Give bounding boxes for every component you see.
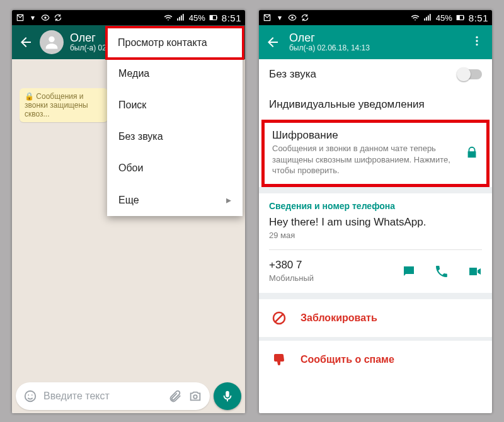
battery-icon (209, 13, 218, 22)
message-input[interactable]: Введите текст (16, 382, 210, 410)
message-input-row: Введите текст (12, 379, 245, 413)
clock-time: 8:51 (222, 13, 241, 23)
attach-icon[interactable] (168, 389, 182, 403)
report-label: Сообщить о спаме (301, 354, 394, 365)
menu-label: Поиск (118, 100, 146, 111)
svg-rect-19 (457, 16, 460, 20)
input-placeholder: Введите текст (43, 391, 162, 402)
phone-contact-info-screen: ▾ 45% 8:51 Олег б (259, 10, 492, 413)
svg-rect-2 (179, 17, 180, 21)
video-icon[interactable] (467, 264, 482, 279)
mute-row[interactable]: Без звука (269, 59, 482, 89)
download-icon: ▾ (275, 13, 284, 22)
signal-icon (176, 13, 185, 22)
svg-rect-14 (424, 18, 425, 21)
call-icon[interactable] (434, 264, 449, 279)
status-row[interactable]: Hey there! I am using WhatsApp. 29 мая (269, 214, 482, 250)
sync-icon (301, 13, 309, 22)
eye-icon (41, 13, 50, 22)
download-icon: ▾ (28, 13, 37, 22)
menu-mute[interactable]: Без звука (107, 121, 243, 152)
phone-chat-screen: ▾ 45% 8:51 (12, 10, 245, 413)
menu-search[interactable]: Поиск (107, 89, 243, 121)
chevron-right-icon: ▸ (226, 194, 231, 206)
encryption-banner: 🔒 Сообщения и звонки защищены сквоз... (20, 88, 108, 122)
wifi-icon (164, 13, 173, 22)
svg-rect-16 (428, 16, 429, 21)
contact-name: Олег (289, 32, 464, 45)
svg-point-13 (291, 16, 294, 19)
overflow-menu-icon[interactable] (471, 35, 486, 50)
back-icon[interactable] (18, 35, 33, 50)
svg-rect-1 (177, 18, 178, 21)
phone-row[interactable]: +380 7 Мобильный (269, 250, 482, 293)
mail-icon (263, 13, 272, 22)
menu-label: Просмотр контакта (118, 37, 207, 48)
lock-icon (465, 145, 479, 159)
svg-point-11 (32, 394, 33, 396)
wifi-icon (411, 13, 420, 22)
contact-app-bar: Олег был(-а) 02.06.18, 14:13 (259, 25, 492, 59)
emoji-icon[interactable] (23, 389, 37, 403)
menu-label: Еще (118, 195, 139, 206)
encryption-row[interactable]: Шифрование Сообщения и звонки в данном ч… (261, 120, 490, 187)
custom-notif-label: Индивидуальные уведомления (269, 98, 425, 111)
menu-view-contact[interactable]: Просмотр контакта (105, 26, 244, 60)
message-icon[interactable] (401, 264, 416, 279)
block-icon (272, 311, 287, 326)
status-text: Hey there! I am using WhatsApp. (269, 216, 426, 229)
svg-rect-6 (210, 16, 213, 20)
svg-rect-7 (216, 16, 217, 19)
menu-label: Медиа (118, 68, 149, 79)
svg-point-8 (49, 37, 54, 42)
svg-rect-20 (463, 16, 464, 19)
battery-percent: 45% (189, 13, 205, 23)
block-label: Заблокировать (301, 312, 377, 324)
phone-number: +380 7 (269, 259, 401, 271)
mute-toggle[interactable] (458, 69, 482, 79)
svg-point-12 (193, 395, 197, 399)
menu-media[interactable]: Медиа (107, 58, 243, 89)
avatar[interactable] (40, 30, 64, 54)
svg-point-22 (476, 40, 478, 42)
svg-rect-15 (426, 17, 427, 21)
custom-notifications-row[interactable]: Индивидуальные уведомления (269, 89, 482, 120)
signal-icon (423, 13, 432, 22)
mail-icon (16, 13, 25, 22)
last-seen: был(-а) 02.06.18, 14:13 (289, 44, 464, 52)
battery-icon (456, 13, 465, 22)
settings-section: Без звука Индивидуальные уведомления (259, 59, 492, 120)
clock-time: 8:51 (469, 13, 488, 23)
mic-button[interactable] (214, 382, 241, 410)
block-row[interactable]: Заблокировать (259, 299, 492, 337)
encryption-title: Шифрование (272, 129, 459, 142)
section-divider (259, 187, 492, 193)
svg-point-9 (25, 391, 36, 402)
svg-line-25 (275, 314, 283, 322)
svg-rect-3 (181, 16, 182, 21)
svg-rect-17 (430, 14, 431, 21)
section-divider (259, 293, 492, 299)
svg-rect-4 (183, 14, 184, 21)
report-row[interactable]: Сообщить о спаме (259, 341, 492, 379)
sync-icon (54, 13, 62, 22)
menu-label: Обои (118, 163, 143, 174)
svg-point-10 (28, 394, 29, 396)
status-bar: ▾ 45% 8:51 (259, 10, 492, 25)
info-section-label: Сведения и номер телефона (259, 193, 492, 214)
info-section: Hey there! I am using WhatsApp. 29 мая +… (259, 214, 492, 293)
svg-point-0 (44, 16, 47, 19)
menu-wallpaper[interactable]: Обои (107, 152, 243, 184)
camera-icon[interactable] (188, 389, 202, 403)
status-date: 29 мая (269, 230, 295, 241)
chat-overflow-menu: Просмотр контакта Медиа Поиск Без звука … (107, 28, 243, 216)
status-bar: ▾ 45% 8:51 (12, 10, 245, 25)
contact-title-block: Олег был(-а) 02.06.18, 14:13 (289, 32, 464, 53)
back-icon[interactable] (265, 35, 280, 50)
encryption-body: Сообщения и звонки в данном чате теперь … (272, 143, 459, 176)
mute-label: Без звука (269, 68, 316, 81)
svg-point-21 (476, 37, 478, 38)
phone-type: Мобильный (269, 273, 401, 284)
menu-more[interactable]: Еще ▸ (107, 184, 243, 216)
thumbs-down-icon (272, 352, 287, 367)
